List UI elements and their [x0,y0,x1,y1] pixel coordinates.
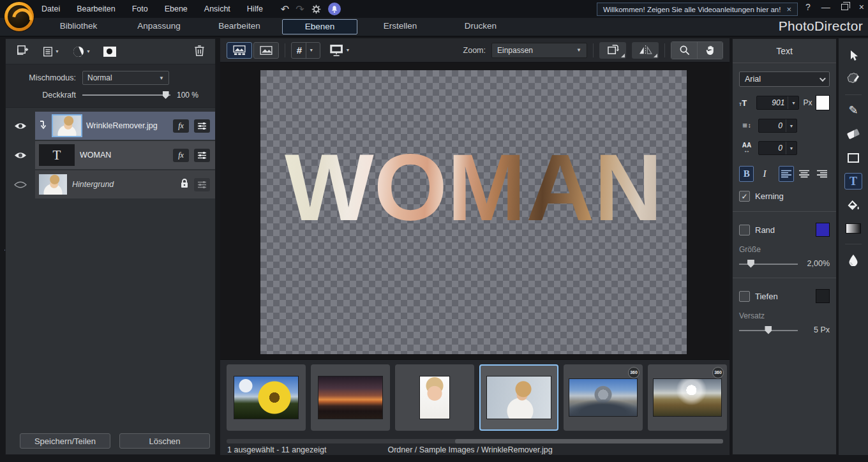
menu-ebene[interactable]: Ebene [165,4,188,13]
dropdown-arrow-icon[interactable]: ▼ [786,142,797,154]
italic-button[interactable]: I [757,166,772,182]
view-mode-single-button[interactable] [253,42,279,59]
magnifier-zoom-tool-icon[interactable] [671,42,697,59]
layer-mask-icon[interactable] [103,47,116,57]
tab-erstellen[interactable]: Erstellen [360,19,440,34]
adjustment-layer-icon[interactable]: ▼ [72,45,91,58]
menu-ansicht[interactable]: Ansicht [204,4,230,13]
grid-dropdown-icon[interactable]: ▼ [309,48,313,52]
dropdown-arrow-icon[interactable]: ▼ [786,119,797,132]
layer-visibility-eye-icon-off[interactable] [6,181,35,189]
bold-button[interactable]: B [739,166,754,182]
display-proof-button[interactable]: ▼ [326,42,353,59]
menu-foto[interactable]: Foto [132,4,148,13]
settings-gear-icon[interactable] [311,4,322,15]
welcome-tooltip-text: Willkommen! Zeigen Sie alle Videoanleitu… [603,6,781,13]
view-mode-with-filmstrip-button[interactable] [227,42,252,59]
kerning-checkbox-checked[interactable]: ✓ [739,191,750,202]
hand-pan-tool-icon[interactable] [697,42,722,59]
layer-menu-icon[interactable]: ▼ [42,46,59,57]
clone-heal-brush-tool-icon[interactable] [844,71,862,87]
shadow-offset-label: Versatz [739,311,830,320]
paint-bucket-tool-icon[interactable] [844,197,862,213]
eraser-tool-icon[interactable] [844,126,862,142]
blur-drop-tool-icon[interactable] [844,251,862,268]
border-size-slider[interactable] [739,260,798,268]
border-color-swatch[interactable] [816,223,830,237]
layer-row-hintergrund[interactable]: Hintergrund [6,170,215,198]
menu-bearbeiten[interactable]: Bearbeiten [77,4,115,13]
flip-button[interactable] [632,42,659,59]
kerning-label: Kerning [755,191,784,201]
layer-thumbnail[interactable] [39,174,67,195]
blend-mode-dropdown[interactable]: Normal ▼ [82,71,169,85]
gradient-tool-icon[interactable] [844,220,862,237]
tab-bearbeiten[interactable]: Bearbeiten [199,19,280,34]
layer-adjust-sliders-icon[interactable] [194,119,210,133]
align-center-button[interactable] [797,166,812,182]
font-family-dropdown[interactable]: Arial [739,71,830,87]
restore-button[interactable] [841,4,848,10]
canvas-text-woman[interactable]: WOMAN [285,140,662,354]
notifications-bell-icon[interactable] [328,3,341,15]
layer-visibility-eye-icon[interactable] [6,151,35,160]
shadow-offset-value: 5 Px [814,325,830,334]
save-share-button[interactable]: Speichern/Teilen [20,433,110,449]
filmstrip-item-laughing-woman[interactable] [395,364,474,431]
opacity-slider[interactable] [82,91,170,99]
tab-bibliothek[interactable]: Bibliothek [38,19,119,34]
character-spacing-input[interactable]: 0 ▼ [758,141,797,155]
layer-fx-button[interactable]: fx [173,149,189,162]
border-checkbox-unchecked[interactable] [739,225,750,235]
menu-datei[interactable]: Datei [41,4,60,13]
text-tool-icon-active[interactable]: T [844,173,862,190]
tooltip-close-icon[interactable]: × [786,4,791,14]
filmstrip-item-pano-landscape[interactable]: 360 [648,364,727,431]
pencil-tool-icon[interactable]: ✎ [844,102,862,119]
help-button[interactable]: ? [805,2,811,12]
document-canvas[interactable]: WOMAN [260,70,687,354]
font-size-input[interactable]: 901 ▼ [756,96,799,110]
zoom-dropdown[interactable]: Einpassen ▼ [491,43,587,58]
add-layer-icon[interactable] [16,45,29,59]
dropdown-arrow-icon[interactable]: ▼ [788,96,798,109]
filmstrip-item-sunflower[interactable] [227,364,306,431]
select-pointer-tool-icon[interactable] [844,47,862,64]
undo-icon[interactable]: ↶ [281,3,289,15]
shape-rectangle-tool-icon[interactable] [844,149,862,166]
layer-row-woman-text[interactable]: T WOMAN fx [6,141,215,169]
delete-layer-trash-icon[interactable] [194,45,205,59]
filmstrip-item-sunset[interactable] [311,364,390,431]
text-layer-thumbnail[interactable]: T [39,144,75,166]
align-left-button[interactable] [779,166,793,182]
shadow-color-swatch[interactable] [816,289,830,303]
close-button[interactable]: × [859,2,864,12]
layer-lock-icon[interactable] [180,178,189,191]
shadow-checkbox-unchecked[interactable] [739,291,750,302]
filmstrip-item-pano-ruins[interactable]: 360 [564,364,643,431]
layer-row-wrinkleremover[interactable]: WrinkleRemover.jpg fx [6,112,215,140]
layer-fx-button[interactable]: fx [173,119,189,133]
zoom-label: Zoom: [463,46,486,55]
delete-button[interactable]: Löschen [119,433,210,449]
canvas-viewport[interactable]: WOMAN [220,63,730,359]
filmstrip-scrollbar-thumb[interactable] [455,439,723,443]
line-spacing-input[interactable]: 0 ▼ [758,119,797,133]
menu-hilfe[interactable]: Hilfe [247,4,263,13]
tab-anpassung[interactable]: Anpassung [119,19,199,34]
text-color-swatch[interactable] [816,95,830,110]
layer-adjust-sliders-icon[interactable] [194,149,210,162]
filmstrip-item-wrinkleremover-selected[interactable] [479,364,558,431]
filmstrip-scrollbar[interactable] [227,439,723,443]
redo-icon[interactable]: ↷ [296,3,304,15]
grid-overlay-button[interactable]: # ▼ [291,42,320,59]
layer-thumbnail[interactable] [53,116,81,136]
rotate-button[interactable] [599,42,626,59]
menu-bar: Datei Bearbeiten Foto Ebene Ansicht Hilf… [0,0,868,18]
shadow-offset-slider[interactable] [739,326,798,334]
tab-ebenen[interactable]: Ebenen [282,19,357,34]
layer-visibility-eye-icon[interactable] [6,122,35,130]
align-right-button[interactable] [815,166,830,182]
minimize-button[interactable]: — [821,2,830,12]
tab-drucken[interactable]: Drucken [440,19,521,34]
